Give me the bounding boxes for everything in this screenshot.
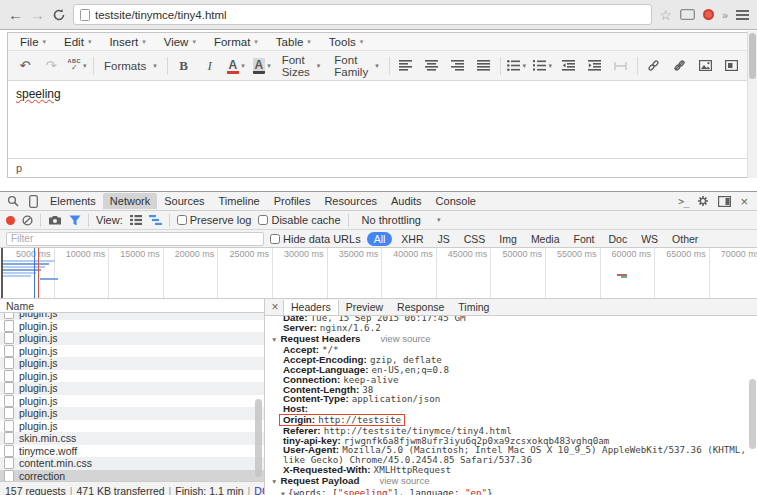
triangle-down-icon[interactable]: ▼ [271,478,277,485]
network-request-row[interactable]: plugin.js [0,407,264,420]
network-request-row[interactable]: content.min.css [0,457,264,470]
filter-type-font[interactable]: Font [568,232,599,246]
network-request-row[interactable]: plugin.js [0,370,264,383]
menu-insert[interactable]: Insert▾ [101,35,153,49]
bookmark-star-icon[interactable]: ☆ [659,7,672,23]
view-list-icon[interactable] [130,215,142,225]
forward-icon[interactable]: → [30,7,45,22]
element-path[interactable]: p [16,162,22,174]
align-center-button[interactable] [419,55,445,77]
preserve-log-checkbox[interactable]: Preserve log [177,214,252,226]
font-sizes-dropdown[interactable]: Font Sizes▾ [275,55,328,77]
bullet-list-button[interactable]: ▾ [504,55,530,77]
link-button[interactable] [641,55,667,77]
triangle-down-icon[interactable]: ▼ [281,490,285,495]
detail-tab-response[interactable]: Response [390,300,451,315]
editor-content-area[interactable]: speeling [8,81,747,158]
screenshot-camera-icon[interactable] [48,215,62,225]
menu-edit[interactable]: Edit▾ [56,35,99,49]
font-family-dropdown[interactable]: Font Family▾ [327,55,385,77]
page-scrollbar[interactable] [747,31,757,178]
spellcheck-button[interactable]: ABC✓ ▾ [64,55,90,77]
triangle-down-icon[interactable]: ▼ [271,336,277,343]
reload-icon[interactable] [52,8,66,22]
filter-type-ws[interactable]: WS [636,232,663,246]
network-request-row[interactable]: plugin.js [0,332,264,345]
tab-elements[interactable]: Elements [43,193,103,209]
tab-audits[interactable]: Audits [384,193,429,209]
filter-type-xhr[interactable]: XHR [396,232,428,246]
inspect-element-icon[interactable] [3,193,23,209]
unlink-button[interactable] [667,55,693,77]
disable-cache-box[interactable] [258,215,268,225]
network-request-row[interactable]: plugin.js [0,420,264,433]
view-waterfall-icon[interactable] [149,215,162,225]
align-left-button[interactable] [393,55,419,77]
view-source-link[interactable]: view source [379,475,429,486]
filter-type-css[interactable]: CSS [459,232,491,246]
formats-dropdown[interactable]: Formats▾ [97,55,164,77]
back-icon[interactable]: ← [8,7,23,22]
menu-view[interactable]: View▾ [156,35,204,49]
filter-type-img[interactable]: Img [494,232,522,246]
forecolor-button[interactable]: A▾ [223,55,249,77]
filter-type-doc[interactable]: Doc [604,232,633,246]
preserve-log-box[interactable] [177,215,187,225]
outdent-button[interactable] [556,55,582,77]
filter-type-all[interactable]: All [367,232,393,246]
domcontentloaded-link[interactable]: DOMContentLo… [254,485,264,495]
menu-table[interactable]: Table▾ [268,35,319,49]
nonbreaking-button[interactable] [608,55,634,77]
settings-gear-icon[interactable] [697,195,709,207]
indent-button[interactable] [582,55,608,77]
italic-button[interactable]: I [197,55,223,77]
devtools-close-icon[interactable]: × [740,194,748,209]
menu-format[interactable]: Format▾ [206,35,266,49]
align-right-button[interactable] [445,55,471,77]
network-request-row[interactable]: plugin.js [0,345,264,358]
backcolor-button[interactable]: A▾ [249,55,275,77]
menu-tools[interactable]: Tools▾ [321,35,371,49]
page-scrollbar-thumb[interactable] [749,33,756,79]
bold-button[interactable]: B [171,55,197,77]
menu-file[interactable]: File▾ [12,35,54,49]
record-extension-icon[interactable] [703,9,714,20]
tab-network[interactable]: Network [103,193,157,209]
network-request-row[interactable]: correction [0,470,264,482]
filter-type-other[interactable]: Other [667,232,703,246]
hide-data-urls-checkbox[interactable]: Hide data URLs [270,233,361,245]
network-request-row[interactable]: plugin.js [0,382,264,395]
misspelled-word[interactable]: speeling [16,87,61,101]
network-request-row[interactable]: plugin.js [0,395,264,408]
justify-button[interactable] [471,55,497,77]
network-request-row[interactable]: plugin.js [0,320,264,333]
tab-console[interactable]: Console [429,193,483,209]
network-request-row[interactable]: plugin.js [0,357,264,370]
clear-icon[interactable] [22,215,33,226]
filter-funnel-icon[interactable] [69,215,81,226]
cast-icon[interactable] [680,9,695,20]
record-network-button[interactable] [6,216,15,225]
filter-type-js[interactable]: JS [433,232,455,246]
device-toolbar-icon[interactable] [23,193,43,209]
media-button[interactable] [719,55,745,77]
dock-side-icon[interactable] [718,196,731,207]
disable-cache-checkbox[interactable]: Disable cache [258,214,340,226]
detail-scrollbar-thumb[interactable] [749,379,756,449]
request-list-scrollbar-thumb[interactable] [255,399,262,477]
numbered-list-button[interactable]: ▾ [530,55,556,77]
detail-tab-timing[interactable]: Timing [451,300,496,315]
console-drawer-icon[interactable]: >_ [678,196,688,207]
image-button[interactable] [693,55,719,77]
overflow-icon[interactable]: » [722,9,728,21]
throttling-dropdown[interactable]: No throttling▾ [356,214,447,226]
chrome-menu-icon[interactable] [736,10,749,20]
undo-button[interactable]: ↶ [12,55,38,77]
hide-data-urls-box[interactable] [270,234,280,244]
tab-sources[interactable]: Sources [157,193,211,209]
detail-tab-preview[interactable]: Preview [339,300,390,315]
url-text[interactable]: testsite/tinymce/tiny4.html [95,9,227,21]
address-bar[interactable]: testsite/tinymce/tiny4.html [73,4,652,25]
tab-timeline[interactable]: Timeline [212,193,267,209]
tab-profiles[interactable]: Profiles [267,193,318,209]
